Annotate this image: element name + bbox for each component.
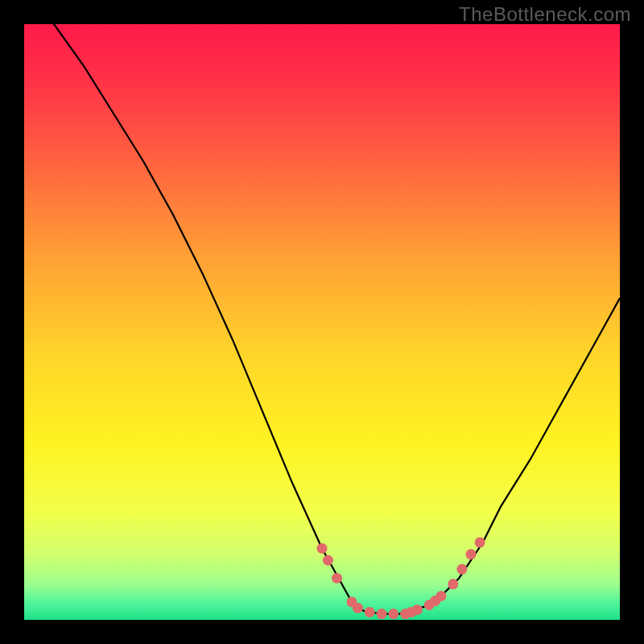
data-marker (377, 609, 387, 619)
data-marker (365, 607, 375, 617)
data-marker (456, 564, 467, 575)
chart-svg (24, 24, 620, 620)
chart-frame: TheBottleneck.com (0, 0, 644, 644)
data-marker (332, 573, 342, 584)
data-marker (436, 591, 447, 601)
data-marker (412, 605, 423, 615)
data-marker (353, 603, 363, 613)
data-marker (388, 609, 398, 619)
data-marker (317, 543, 328, 554)
data-marker (323, 555, 333, 566)
data-marker (466, 549, 477, 559)
data-marker (448, 579, 458, 589)
plot-area (24, 24, 620, 620)
watermark-text: TheBottleneck.com (459, 3, 631, 26)
data-marker (475, 537, 485, 547)
